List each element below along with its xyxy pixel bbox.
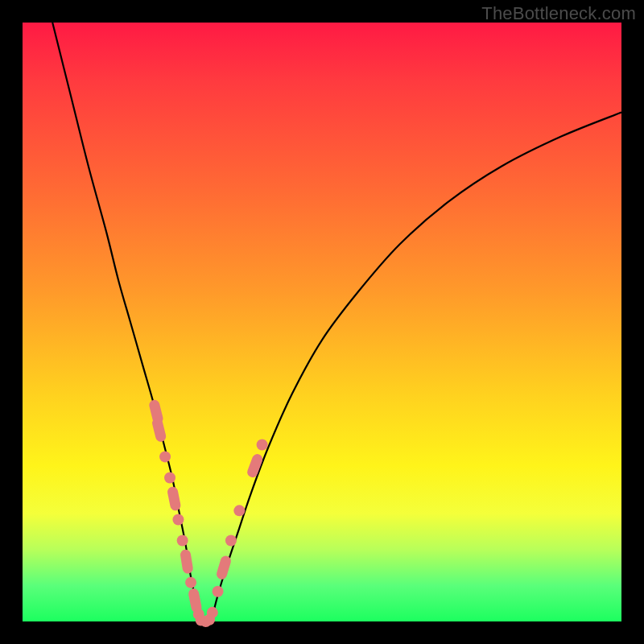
data-marker [180,549,194,575]
data-marker [164,472,175,483]
data-marker [167,485,182,511]
data-marker [185,577,196,588]
data-marker [233,505,245,516]
chart-frame: TheBottleneck.com [0,0,644,644]
data-marker [213,586,224,597]
data-marker [159,451,171,462]
data-marker [151,417,167,443]
watermark-text: TheBottleneck.com [481,3,636,24]
data-marker [215,555,232,580]
data-marker [257,440,268,451]
right-curve [211,113,621,621]
data-markers [148,398,268,627]
plot-area [23,23,621,621]
data-marker [225,535,237,547]
left-curve [52,23,200,621]
data-marker [172,514,184,526]
data-marker [177,535,188,547]
data-marker [204,614,215,625]
chart-svg [23,23,621,621]
